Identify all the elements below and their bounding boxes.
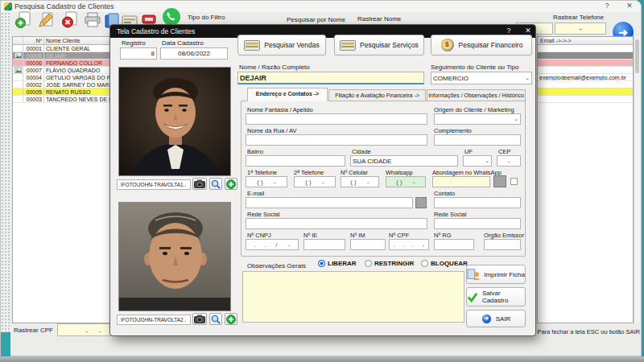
- cep-label: CEP: [498, 148, 510, 155]
- email-cell[interactable]: [538, 60, 633, 67]
- nome-input[interactable]: [237, 72, 424, 84]
- radio-bloquear[interactable]: BLOQUEAR: [421, 260, 468, 267]
- table-row-selected[interactable]: 00008DEJAIR: [13, 52, 113, 60]
- rg-input[interactable]: [434, 239, 474, 250]
- data-cadastro-input[interactable]: [160, 47, 228, 60]
- tel2-input[interactable]: [294, 176, 336, 187]
- cnpj-input[interactable]: [246, 239, 299, 250]
- email-column: Email ->->-> exemplodeemail@exemplo.com.…: [537, 36, 634, 323]
- delete-record-icon[interactable]: [60, 10, 80, 30]
- add-photo-button-1[interactable]: [225, 178, 237, 190]
- cep-input[interactable]: [497, 155, 521, 167]
- window-close-button[interactable]: ✕: [622, 2, 637, 11]
- ie-input[interactable]: [303, 239, 345, 250]
- nome-label: Nome / Razão Completo: [239, 64, 310, 71]
- tab-filiacao-financeira[interactable]: Filiação e Avaliação Financeira ->: [328, 89, 426, 101]
- table-row[interactable]: 00001CLIENTE GERAL: [13, 45, 113, 52]
- cpf-input[interactable]: [389, 239, 429, 250]
- uf-select[interactable]: ⌄: [463, 155, 492, 167]
- complemento-input[interactable]: [434, 134, 521, 146]
- tel2-label: 2ª Telefone: [294, 169, 324, 176]
- window-help-button[interactable]: ?: [600, 2, 614, 11]
- print-icon[interactable]: [83, 10, 102, 30]
- email-cell[interactable]: [538, 96, 633, 103]
- window-bottom-edge: [0, 356, 644, 362]
- rede-social-1-input[interactable]: [246, 218, 427, 229]
- camera-button-1[interactable]: [192, 178, 207, 190]
- uf-label: UF: [464, 148, 473, 155]
- bairro-label: Bairro: [247, 148, 263, 155]
- scrollbar-thumb[interactable]: [635, 39, 639, 73]
- svg-text:$: $: [444, 40, 448, 48]
- table-row[interactable]: 00007FLÁVIO QUADRADO: [13, 67, 113, 74]
- exit-arrow-icon: ➜: [481, 314, 492, 324]
- rede-social-2-input[interactable]: [434, 218, 521, 229]
- client-photo-2: [118, 202, 231, 311]
- table-row[interactable]: 00003TANCREDO NEVES DE MG: [13, 96, 113, 103]
- photo2-path-input[interactable]: [117, 315, 191, 325]
- email-cell[interactable]: exemplodeemail@exemplo.com.br: [538, 74, 633, 81]
- edit-record-icon[interactable]: [36, 10, 56, 30]
- send-email-button[interactable]: [415, 197, 427, 208]
- track-phone-input[interactable]: [555, 23, 606, 35]
- salvar-cadastro-button[interactable]: Salvar Cadastro: [466, 287, 526, 306]
- email-input[interactable]: [246, 197, 413, 208]
- zoom-photo-button-1[interactable]: [209, 178, 222, 190]
- orgao-emissor-input[interactable]: [484, 239, 521, 250]
- pesquisar-servicos-button[interactable]: Pesquisar Serviços: [334, 35, 424, 56]
- email-label: E-mail: [247, 190, 264, 197]
- check-icon: [467, 292, 478, 302]
- contato-input[interactable]: [434, 197, 521, 208]
- cnpj-label: Nº CNPJ: [247, 232, 271, 239]
- radio-restringir[interactable]: RESTRINGIR: [365, 260, 414, 267]
- window-title: Pesquisa Cadastro de Clientes: [14, 2, 114, 10]
- desktop-corner: [1, 332, 10, 357]
- photo1-path-input[interactable]: [117, 179, 191, 190]
- email-cell[interactable]: [538, 45, 633, 52]
- client-table: Nº Nome Cliente 00001CLIENTE GERAL 00008…: [12, 36, 114, 323]
- table-scrollbar[interactable]: [634, 36, 640, 323]
- abordagem-button[interactable]: [493, 175, 506, 187]
- table-row[interactable]: 00005RENATO RUSSO: [13, 88, 113, 96]
- tab-endereco-contatos[interactable]: Endereço e Contatos ->: [247, 88, 328, 101]
- rua-input[interactable]: [246, 134, 427, 146]
- seguimento-select[interactable]: COMERCIO⌄: [431, 72, 532, 84]
- track-name-label: Rastrear Nome: [357, 15, 401, 23]
- radio-liberar[interactable]: LIBERAR: [318, 260, 357, 267]
- table-row[interactable]: 00006FERNANDO COLLOR: [13, 60, 113, 67]
- add-record-icon[interactable]: [14, 10, 33, 30]
- camera-button-2[interactable]: [192, 313, 207, 325]
- email-cell[interactable]: [538, 67, 633, 74]
- pesquisar-financeiro-button[interactable]: $ Pesquisar Financeiro: [431, 35, 532, 56]
- zoom-photo-button-2[interactable]: [209, 313, 222, 325]
- registro-input[interactable]: [120, 47, 157, 60]
- im-label: Nº IM: [350, 232, 365, 239]
- table-row[interactable]: 00004GETULIO VARGAS DO RS: [13, 74, 113, 81]
- sair-button[interactable]: ➜ SAIR: [466, 310, 526, 327]
- email-cell[interactable]: [538, 52, 633, 60]
- email-cell[interactable]: [538, 88, 633, 96]
- origem-select[interactable]: ⌄: [434, 113, 521, 125]
- im-input[interactable]: [350, 239, 386, 250]
- bairro-input[interactable]: [246, 155, 345, 167]
- cidade-input[interactable]: [350, 155, 458, 167]
- table-row[interactable]: 00002JOSE SARNEY DO MARANH: [13, 81, 113, 88]
- tab-informacoes-historico[interactable]: Informações / Observações / Histórico: [427, 89, 526, 101]
- col-num: Nº: [23, 37, 44, 44]
- desktop: Pesquisa Cadastro de Clientes ? ✕: [0, 0, 644, 362]
- rg-label: Nº RG: [434, 232, 452, 239]
- observacoes-textarea[interactable]: [242, 271, 464, 323]
- tel1-input[interactable]: [246, 176, 287, 187]
- abordagem-input[interactable]: [432, 176, 490, 187]
- email-cell[interactable]: [538, 81, 633, 88]
- imprimir-ficha-button[interactable]: Imprimir Ficha: [466, 265, 526, 284]
- celular-input[interactable]: [341, 176, 379, 187]
- origem-label: Origem do Cliente / Marketing: [434, 106, 514, 113]
- app-icon: [4, 2, 12, 10]
- add-photo-button-2[interactable]: [225, 313, 237, 325]
- coin-icon: $: [440, 38, 455, 52]
- whatsapp-input[interactable]: [386, 176, 426, 187]
- pesquisar-vendas-button[interactable]: Pesquisar Vendas: [237, 35, 326, 56]
- nome-fantasia-input[interactable]: [246, 113, 427, 125]
- abordagem-checkbox[interactable]: [510, 178, 518, 185]
